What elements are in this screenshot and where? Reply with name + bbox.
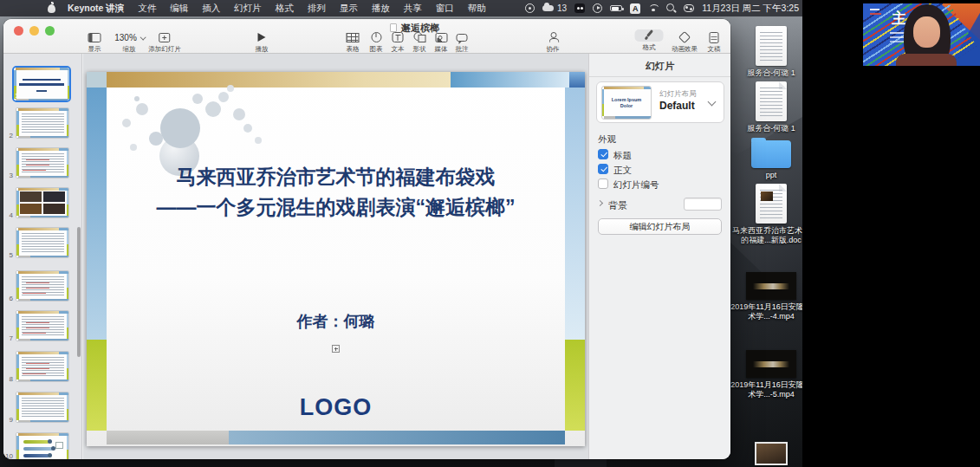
toolbar-zoom-dropdown[interactable]: 130% 缩放 xyxy=(114,31,144,54)
menu-status-area: 13 A 11月23日 周二 下午3:25 xyxy=(525,0,799,16)
slide-title-textbox[interactable]: 马来西亚乔治市艺术节的福建布袋戏 ——一个多元混生的戏剧表演“邂逅槟榔” xyxy=(113,162,559,223)
body-checkbox[interactable] xyxy=(598,164,608,174)
navigator-scrollbar[interactable] xyxy=(77,227,81,357)
desktop-icon-doc1[interactable]: 服务合-何璐 1 xyxy=(730,26,802,78)
disclosure-chevron-icon[interactable] xyxy=(597,200,603,206)
menu-format[interactable]: 格式 xyxy=(276,3,294,15)
slide-thumbnail-8[interactable] xyxy=(16,351,69,382)
toolbar-chart-button[interactable]: 图表 xyxy=(370,31,383,54)
desktop-icon-video2[interactable]: 2019年11月16日安隆艺术学...-5.mp4 xyxy=(730,350,802,399)
webcam-video-window[interactable]: 主 xyxy=(863,3,980,66)
toolbar-format-button[interactable]: 格式 xyxy=(643,31,656,52)
menu-slide[interactable]: 幻灯片 xyxy=(234,3,262,15)
desktop-icon-folder-ppt[interactable]: ppt xyxy=(730,140,802,180)
control-center-icon[interactable] xyxy=(684,4,694,12)
desktop-icon-doc3[interactable]: 马来西亚乔治市艺术节的福建...新版.doc xyxy=(730,184,802,244)
toolbar-animate-button[interactable]: 动画效果 xyxy=(672,31,698,54)
desktop-icon-label: 马来西亚乔治市艺术节的福建...新版.doc xyxy=(730,226,802,244)
toolbar-collaborate-button[interactable]: 协作 xyxy=(547,31,560,54)
slide-thumbnail-7[interactable] xyxy=(16,310,69,341)
slide-thumbnail-9[interactable] xyxy=(16,392,69,423)
edit-layout-button[interactable]: 编辑幻灯片布局 xyxy=(598,218,722,235)
menu-app[interactable]: Keynote 讲演 xyxy=(68,3,124,15)
desktop-icon-video1[interactable]: 2019年11月16日安隆艺术学...-4.mp4 xyxy=(730,272,802,321)
add-placeholder-icon[interactable] xyxy=(332,345,340,353)
slide-thumbnail-2[interactable] xyxy=(16,107,69,139)
background-label: 背景 xyxy=(608,199,627,212)
chevron-down-icon[interactable] xyxy=(708,98,717,107)
zoom-window-button[interactable] xyxy=(45,26,55,36)
slide-logo-textbox[interactable]: LOGO xyxy=(87,394,585,421)
toolbar-play-button[interactable]: 播放 xyxy=(256,31,269,54)
slide-deco-top-tan-band xyxy=(107,72,451,88)
slide-number: 10 xyxy=(3,452,13,459)
desktop-icon-label: 2019年11月16日安隆艺术学...-4.mp4 xyxy=(730,302,802,321)
comment-icon xyxy=(457,34,468,42)
toolbar-label: 显示 xyxy=(88,45,101,54)
menu-clock[interactable]: 11月23日 周二 下午3:25 xyxy=(702,3,799,15)
menu-file[interactable]: 文件 xyxy=(138,3,156,15)
inspector-panel-title: 幻灯片 xyxy=(589,60,730,73)
slide-layout-card[interactable]: Lorem Ipsum Dolor 幻灯片布局 Default xyxy=(596,81,724,123)
menu-share[interactable]: 共享 xyxy=(404,3,422,15)
slide-number-checkbox[interactable] xyxy=(598,178,608,189)
toolbar-add-slide-button[interactable]: 添加幻灯片 xyxy=(148,31,181,54)
dark-badge-icon[interactable] xyxy=(574,3,585,13)
presenter-face xyxy=(913,16,940,48)
toolbar-media-button[interactable]: 媒体 xyxy=(435,31,448,54)
checkbox-label: 正文 xyxy=(613,165,632,177)
slide-thumbnail-5[interactable] xyxy=(16,227,69,258)
record-icon[interactable] xyxy=(593,3,602,13)
slide-thumbnail-10[interactable] xyxy=(16,432,69,459)
slide-thumbnail-6[interactable] xyxy=(16,270,69,302)
input-source-icon[interactable]: A xyxy=(630,3,640,14)
menu-view[interactable]: 显示 xyxy=(340,3,358,15)
toolbar-view-button[interactable]: 显示 xyxy=(88,31,101,54)
title-checkbox[interactable] xyxy=(598,149,608,159)
slide-thumbnail-3[interactable] xyxy=(16,147,69,178)
desktop-icon-label: 2019年11月16日安隆艺术学...-5.mp4 xyxy=(730,380,802,399)
cloud-icon[interactable] xyxy=(542,5,554,11)
keynote-window: 邂逅槟榔 显示 130% 缩放 添加幻灯片 播放 xyxy=(3,19,730,459)
slide-author-textbox[interactable]: 作者：何璐 xyxy=(87,311,585,332)
menu-play[interactable]: 播放 xyxy=(372,3,390,15)
toolbar-comment-button[interactable]: 批注 xyxy=(456,31,469,54)
layout-label: 幻灯片布局 xyxy=(659,89,697,100)
toolbar-document-button[interactable]: 文稿 xyxy=(708,31,721,54)
battery-icon[interactable] xyxy=(610,5,622,11)
checkbox-label: 标题 xyxy=(613,150,632,162)
presenter-shirt xyxy=(896,54,957,66)
toolbar-shape-button[interactable]: 形状 xyxy=(413,31,426,54)
menu-insert[interactable]: 插入 xyxy=(202,3,220,15)
wifi-icon[interactable] xyxy=(648,4,659,12)
slide-deco-top-blue-band xyxy=(451,72,569,88)
document-settings-icon xyxy=(710,32,719,43)
menu-arrange[interactable]: 排列 xyxy=(308,3,326,15)
folder-icon xyxy=(751,140,791,168)
menu-window[interactable]: 窗口 xyxy=(436,3,454,15)
backdrop-logo-mark xyxy=(870,9,879,10)
minimize-button[interactable] xyxy=(29,26,39,36)
slide-thumbnail-4[interactable] xyxy=(16,187,69,218)
menu-edit[interactable]: 编辑 xyxy=(170,3,188,15)
slide-deco-bottom-blue-band xyxy=(229,431,565,444)
toolbar-table-button[interactable]: 表格 xyxy=(347,31,360,54)
desktop-icon-image[interactable] xyxy=(730,442,802,465)
slide-number: 1 xyxy=(15,92,24,100)
background-color-well[interactable] xyxy=(684,198,722,211)
toolbar-label: 图表 xyxy=(370,45,383,54)
toolbar-label: 协作 xyxy=(547,45,560,54)
document-icon xyxy=(756,81,787,121)
search-icon[interactable] xyxy=(666,3,676,13)
slide-number: 9 xyxy=(3,416,13,424)
slide-number: 3 xyxy=(3,172,13,179)
slide-deco-bottom-gray-band xyxy=(107,431,229,444)
compass-icon[interactable] xyxy=(525,3,535,13)
apple-icon[interactable] xyxy=(48,4,55,13)
close-button[interactable] xyxy=(14,26,23,36)
toolbar-text-button[interactable]: 文本 xyxy=(392,31,405,54)
menu-help[interactable]: 帮助 xyxy=(468,3,486,15)
layout-preview-text: Lorem Ipsum Dolor xyxy=(607,97,646,108)
slide-editor[interactable]: 马来西亚乔治市艺术节的福建布袋戏 ——一个多元混生的戏剧表演“邂逅槟榔” 作者：… xyxy=(87,72,585,446)
desktop-icon-doc2[interactable]: 服务合-何璐 1 xyxy=(730,81,802,133)
